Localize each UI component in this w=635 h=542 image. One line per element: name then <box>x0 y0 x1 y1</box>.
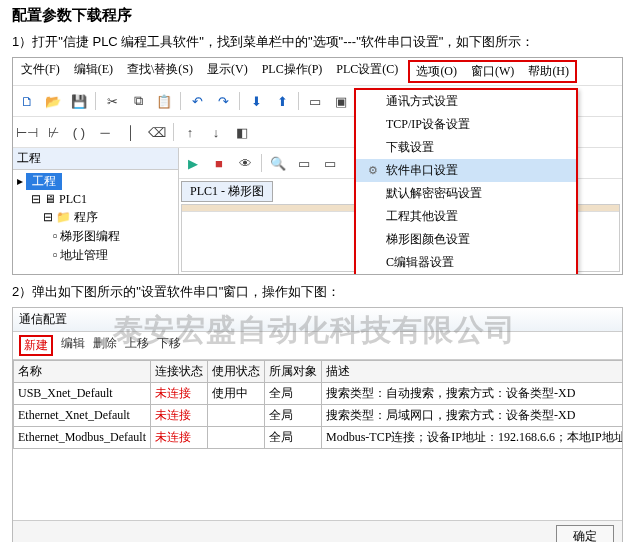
project-pane-title: 工程 <box>13 148 178 170</box>
menu-view[interactable]: 显示(V) <box>203 60 252 83</box>
option-dropdown: 通讯方式设置 TCP/IP设备设置 下载设置 ⚙软件串口设置 默认解密密码设置 … <box>354 88 578 275</box>
cell-scope: 全局 <box>264 383 321 405</box>
ld-pulse-down-icon[interactable]: ↓ <box>204 120 228 144</box>
ld-contact-no-icon[interactable]: ⊢⊣ <box>15 120 39 144</box>
paste-icon[interactable]: 📋 <box>152 89 176 113</box>
gear-icon: ⚙ <box>366 164 380 178</box>
dd-ladder-color[interactable]: 梯形图颜色设置 <box>356 228 576 251</box>
project-pane: 工程 ▸ 工程 ⊟ 🖥 PLC1 ⊟ 📁 程序 ▫ 梯形图编程 ▫ 地址管理 <box>13 148 179 274</box>
connection-table-wrap[interactable]: 名称 连接状态 使用状态 所属对象 描述 错误信息 USB_Xnet_Defau… <box>13 360 622 520</box>
run-icon[interactable]: ▶ <box>181 151 205 175</box>
menu-bar: 文件(F) 编辑(E) 查找\替换(S) 显示(V) PLC操作(P) PLC设… <box>13 58 622 86</box>
dd-download-cfg[interactable]: 下载设置 <box>356 136 576 159</box>
monitor-icon[interactable]: 👁 <box>233 151 257 175</box>
ld-contact-nc-icon[interactable]: ⊬ <box>41 120 65 144</box>
tool-x-icon[interactable]: ▭ <box>292 151 316 175</box>
editor-area: ▶ ■ 👁 🔍 ▭ ▭ PLC1 - 梯形图 通讯方式设置 TCP/IP设备设置… <box>179 148 622 274</box>
separator <box>298 92 299 110</box>
tree-addr[interactable]: ▫ 地址管理 <box>17 246 174 265</box>
col-conn[interactable]: 连接状态 <box>150 361 207 383</box>
dd-serial-cfg[interactable]: ⚙软件串口设置 <box>356 159 576 182</box>
dd-tcpip[interactable]: TCP/IP设备设置 <box>356 113 576 136</box>
dd-project-other[interactable]: 工程其他设置 <box>356 205 576 228</box>
tool-y-icon[interactable]: ▭ <box>318 151 342 175</box>
step-2-text: 2）弹出如下图所示的"设置软件串口"窗口，操作如下图： <box>12 283 623 301</box>
dlg-up-button[interactable]: 上移 <box>125 335 149 356</box>
project-tree[interactable]: ▸ 工程 ⊟ 🖥 PLC1 ⊟ 📁 程序 ▫ 梯形图编程 ▫ 地址管理 <box>13 170 178 267</box>
connection-table: 名称 连接状态 使用状态 所属对象 描述 错误信息 USB_Xnet_Defau… <box>13 360 622 449</box>
blank-icon <box>366 95 380 109</box>
col-desc[interactable]: 描述 <box>321 361 622 383</box>
menu-edit[interactable]: 编辑(E) <box>70 60 117 83</box>
upload-icon[interactable]: ⬆ <box>270 89 294 113</box>
new-file-icon[interactable]: 🗋 <box>15 89 39 113</box>
col-scope[interactable]: 所属对象 <box>264 361 321 383</box>
cell-desc: Modbus-TCP连接；设备IP地址：192.168.6.6；本地IP地址… <box>321 427 622 449</box>
download-icon[interactable]: ⬇ <box>244 89 268 113</box>
ld-coil-icon[interactable]: ( ) <box>67 120 91 144</box>
ld-pulse-up-icon[interactable]: ↑ <box>178 120 202 144</box>
menu-help[interactable]: 帮助(H) <box>524 62 573 81</box>
cell-conn: 未连接 <box>150 383 207 405</box>
separator <box>173 123 174 141</box>
col-name[interactable]: 名称 <box>14 361 151 383</box>
tree-root[interactable]: ▸ 工程 <box>17 172 174 191</box>
ld-line-icon[interactable]: ─ <box>93 120 117 144</box>
dlg-new-button[interactable]: 新建 <box>19 335 53 356</box>
ok-button[interactable]: 确定 <box>556 525 614 542</box>
cell-scope: 全局 <box>264 405 321 427</box>
cell-conn: 未连接 <box>150 427 207 449</box>
cell-desc: 搜索类型：自动搜索，搜索方式：设备类型-XD <box>321 383 622 405</box>
menu-plc-op[interactable]: PLC操作(P) <box>258 60 327 83</box>
tool-b-icon[interactable]: ▣ <box>329 89 353 113</box>
cell-use: 使用中 <box>207 383 264 405</box>
tree-ladder[interactable]: ▫ 梯形图编程 <box>17 227 174 246</box>
blank-icon <box>366 210 380 224</box>
dd-comm-mode[interactable]: 通讯方式设置 <box>356 90 576 113</box>
dlg-edit-button[interactable]: 编辑 <box>61 335 85 356</box>
find-icon[interactable]: 🔍 <box>266 151 290 175</box>
table-header-row: 名称 连接状态 使用状态 所属对象 描述 错误信息 <box>14 361 623 383</box>
comm-config-dialog: 泰安宏盛自动化科技有限公司 通信配置 新建 编辑 删除 上移 下移 名称 连接状… <box>12 307 623 542</box>
dialog-footer: 确定 <box>13 520 622 542</box>
dd-c-editor[interactable]: C编辑器设置 <box>356 251 576 274</box>
cell-name: Ethernet_Modbus_Default <box>14 427 151 449</box>
blank-icon <box>366 187 380 201</box>
cell-name: USB_Xnet_Default <box>14 383 151 405</box>
cut-icon[interactable]: ✂ <box>100 89 124 113</box>
dialog-toolbar: 新建 编辑 删除 上移 下移 <box>13 332 622 360</box>
dd-default-pwd[interactable]: 默认解密密码设置 <box>356 182 576 205</box>
open-file-icon[interactable]: 📂 <box>41 89 65 113</box>
stop-icon[interactable]: ■ <box>207 151 231 175</box>
tree-plc[interactable]: ⊟ 🖥 PLC1 <box>17 191 174 208</box>
ld-misc-icon[interactable]: ◧ <box>230 120 254 144</box>
redo-icon[interactable]: ↷ <box>211 89 235 113</box>
tree-program[interactable]: ⊟ 📁 程序 <box>17 208 174 227</box>
menu-window[interactable]: 窗口(W) <box>467 62 518 81</box>
menu-search[interactable]: 查找\替换(S) <box>123 60 197 83</box>
table-row[interactable]: Ethernet_Xnet_Default 未连接 全局 搜索类型：局域网口，搜… <box>14 405 623 427</box>
dlg-down-button[interactable]: 下移 <box>157 335 181 356</box>
blank-icon <box>366 141 380 155</box>
editor-tab[interactable]: PLC1 - 梯形图 <box>181 181 273 202</box>
screenshot-1: 文件(F) 编辑(E) 查找\替换(S) 显示(V) PLC操作(P) PLC设… <box>12 57 623 275</box>
cell-use <box>207 405 264 427</box>
save-icon[interactable]: 💾 <box>67 89 91 113</box>
dlg-delete-button[interactable]: 删除 <box>93 335 117 356</box>
cell-desc: 搜索类型：局域网口，搜索方式：设备类型-XD <box>321 405 622 427</box>
page-title: 配置参数下载程序 <box>12 6 623 25</box>
ld-del-icon[interactable]: ⌫ <box>145 120 169 144</box>
separator <box>95 92 96 110</box>
menu-plc-cfg[interactable]: PLC设置(C) <box>332 60 402 83</box>
step-1-text: 1）打开"信捷 PLC 编程工具软件"，找到菜单栏中的"选项"---"软件串口设… <box>12 33 623 51</box>
table-row[interactable]: USB_Xnet_Default 未连接 使用中 全局 搜索类型：自动搜索，搜索… <box>14 383 623 405</box>
copy-icon[interactable]: ⧉ <box>126 89 150 113</box>
ld-vline-icon[interactable]: │ <box>119 120 143 144</box>
menu-option[interactable]: 选项(O) <box>412 62 461 81</box>
table-row[interactable]: Ethernet_Modbus_Default 未连接 全局 Modbus-TC… <box>14 427 623 449</box>
menu-file[interactable]: 文件(F) <box>17 60 64 83</box>
col-use[interactable]: 使用状态 <box>207 361 264 383</box>
tool-a-icon[interactable]: ▭ <box>303 89 327 113</box>
undo-icon[interactable]: ↶ <box>185 89 209 113</box>
cell-scope: 全局 <box>264 427 321 449</box>
